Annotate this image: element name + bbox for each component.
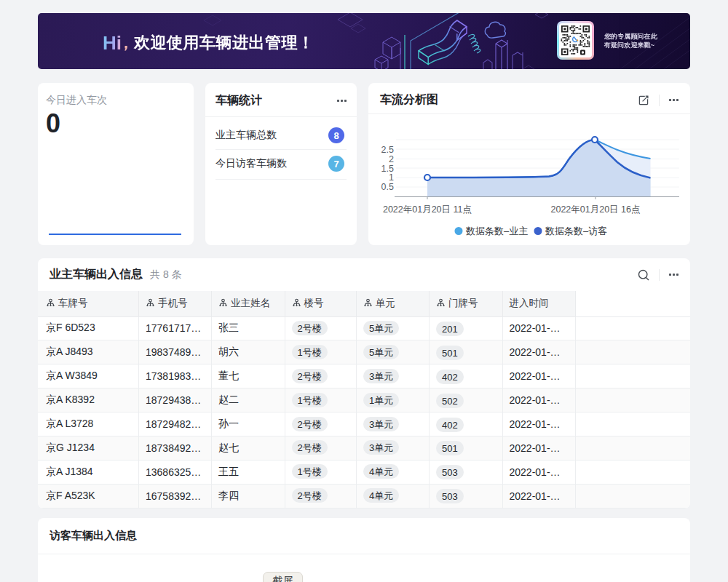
svg-text:数据条数–业主: 数据条数–业主 (465, 226, 528, 236)
svg-text:数据条数–访客: 数据条数–访客 (545, 226, 607, 236)
svg-text:0.5: 0.5 (381, 182, 394, 192)
svg-text:2022年01月20日 11点: 2022年01月20日 11点 (383, 204, 472, 215)
svg-text:2.5: 2.5 (381, 145, 394, 155)
svg-text:1: 1 (389, 172, 394, 183)
svg-text:2022年01月20日 16点: 2022年01月20日 16点 (551, 204, 641, 215)
